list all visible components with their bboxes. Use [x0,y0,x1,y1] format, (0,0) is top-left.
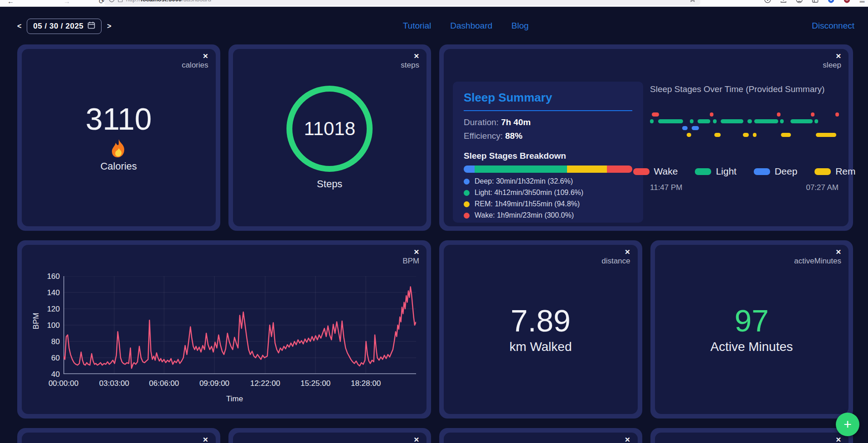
card-type-label: calories [182,61,209,70]
steps-card-wrapper[interactable]: ✕ steps 11018 Steps [228,44,432,231]
close-icon[interactable]: ✕ [625,248,630,256]
steps-progress-ring: 11018 [286,86,373,172]
back-icon[interactable]: ← [7,0,14,5]
bpm-card-wrapper[interactable]: ✕ BPM BPM 160140120100806040 00:00:0003:… [17,240,431,419]
close-icon[interactable]: ✕ [413,53,419,60]
legend-label: Rem [835,166,855,177]
hypnogram-legend-item-rem: Rem [815,166,855,177]
calories-card: ✕ calories 3110 Calories [22,49,216,226]
legend-dot-icon [464,190,470,196]
bpm-x-tick-18:28:00: 18:28:00 [345,379,386,388]
distance-card: ✕ distance 7.89 km Walked [444,245,638,414]
bottom-card-wrapper-4[interactable]: ✕ [650,428,853,443]
hypnogram-end-time: 07:27 AM [806,183,839,192]
url-bar[interactable]: http://localhost:3000/dashboard [104,0,700,5]
close-icon[interactable]: ✕ [413,436,419,443]
legend-pill-icon [754,168,770,175]
close-icon[interactable]: ✕ [835,53,841,60]
next-day-button[interactable]: > [107,22,111,30]
sleep-card-wrapper[interactable]: ✕ sleep Sleep Summary Duration: 7h 40m E… [439,44,853,231]
reload-icon[interactable]: ⟳ [99,0,105,5]
card-type-label: activeMinutes [794,257,841,266]
bottom-card-4: ✕ [655,433,849,443]
legend-dot-icon [464,201,470,207]
bpm-x-tick-03:03:00: 03:03:00 [94,379,135,388]
hypnogram-segment-light [658,119,683,123]
bottom-card-2: ✕ [233,433,427,443]
active-minutes-value: 97 [734,305,769,337]
bottom-card-wrapper-2[interactable]: ✕ [228,428,432,443]
dashboard-grid: ✕ calories 3110 Calories ✕ steps 11018 [17,44,853,443]
legend-pill-icon [815,168,831,175]
sleep-efficiency-value: 88% [505,131,523,141]
bpm-x-tick-00:00:00: 00:00:00 [43,379,84,388]
calories-value: 3110 [86,103,152,135]
hypnogram-segment-wake [710,112,713,117]
distance-label: km Walked [509,340,572,354]
steps-card: ✕ steps 11018 Steps [233,49,427,226]
adblock-shield-icon[interactable] [844,0,850,3]
legend-text: Light: 4h12min/3h50min (109.6%) [475,189,583,197]
calendar-icon[interactable] [87,21,95,31]
bpm-x-tick-09:09:00: 09:09:00 [194,379,235,388]
close-icon[interactable]: ✕ [413,248,419,256]
legend-pill-icon [633,168,650,175]
bottom-card-wrapper-1[interactable]: ✕ [17,428,220,443]
sleep-breakdown-legend: Deep: 30min/1h32min (32.6%)Light: 4h12mi… [464,177,632,219]
pocket-icon[interactable] [764,0,771,3]
close-icon[interactable]: ✕ [835,248,841,256]
calories-card-wrapper[interactable]: ✕ calories 3110 Calories [17,44,220,231]
steps-value: 11018 [304,118,355,140]
sidebar-icon[interactable] [812,0,819,3]
hypnogram-segment-light [690,119,693,123]
close-icon[interactable]: ✕ [625,436,630,443]
bpm-chart [63,276,416,376]
active-minutes-label: Active Minutes [710,340,793,354]
bpm-y-tick-160: 160 [40,272,60,281]
stacked-bar-segment-rem [567,166,607,173]
date-value: 05 / 30 / 2025 [33,22,83,31]
downloads-icon[interactable] [780,0,787,3]
account-icon[interactable] [796,0,803,3]
hypnogram-segment-light [698,119,710,123]
distance-card-wrapper[interactable]: ✕ distance 7.89 km Walked [439,240,642,419]
hypnogram-segment-rem [753,133,756,137]
close-icon[interactable]: ✕ [203,53,209,60]
nav-link-blog[interactable]: Blog [511,21,529,31]
bpm-x-axis-title: Time [226,394,243,404]
active-minutes-card: ✕ activeMinutes 97 Active Minutes [655,245,849,414]
sleep-duration-value: 7h 40m [501,117,530,127]
hypnogram-segment-wake [777,112,781,117]
disconnect-link[interactable]: Disconnect [812,21,854,31]
bookmark-star-icon[interactable] [689,0,696,2]
active-minutes-card-wrapper[interactable]: ✕ activeMinutes 97 Active Minutes [650,240,853,419]
bottom-card-wrapper-3[interactable]: ✕ [439,428,642,443]
page-info-icon[interactable] [118,0,123,2]
close-icon[interactable]: ✕ [835,436,841,443]
hypnogram-legend-item-wake: Wake [633,166,678,177]
add-widget-button[interactable]: + [836,413,859,436]
forward-icon[interactable]: → [63,0,70,5]
legend-text: REM: 1h49min/1h55min (94.8%) [475,200,580,208]
hypnogram-segment-deep [682,126,688,130]
menu-icon[interactable]: ☰ [859,0,865,3]
bpm-x-tick-12:22:00: 12:22:00 [245,379,286,388]
date-picker[interactable]: 05 / 30 / 2025 [27,19,102,34]
sleep-breakdown-title: Sleep Stages Breakdown [464,151,632,161]
flame-icon [111,139,127,161]
top-nav: < 05 / 30 / 2025 > TutorialDashboardBlog… [0,7,868,44]
bpm-y-tick-60: 60 [40,354,60,363]
nav-link-dashboard[interactable]: Dashboard [450,21,492,31]
breakdown-legend-row-light: Light: 4h12min/3h50min (109.6%) [464,189,632,197]
url-host: localhost:3000 [141,0,182,3]
hypnogram-segment-light [650,119,654,123]
legend-dot-icon [464,179,470,185]
hypnogram-legend: WakeLightDeepRem [650,166,839,177]
prev-day-button[interactable]: < [17,22,21,30]
close-icon[interactable]: ✕ [203,436,209,443]
nav-link-tutorial[interactable]: Tutorial [403,21,432,31]
bpm-y-tick-120: 120 [40,305,60,314]
password-manager-icon[interactable] [828,0,834,3]
bottom-card-1: ✕ [22,433,216,443]
breakdown-legend-row-deep: Deep: 30min/1h32min (32.6%) [464,177,632,185]
